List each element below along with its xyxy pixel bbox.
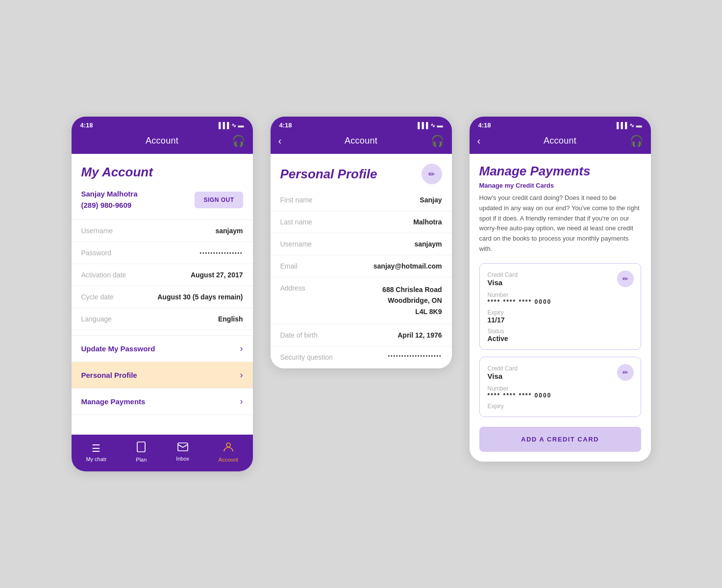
header-title-3: Account	[544, 136, 576, 146]
menu-item-profile[interactable]: Personal Profile ›	[72, 362, 253, 389]
field-value-activation: August 27, 2017	[191, 271, 243, 279]
nav-item-account[interactable]: Account	[219, 441, 238, 463]
nav-item-plan[interactable]: Plan	[136, 441, 147, 463]
status-time-2: 4:18	[279, 122, 292, 129]
field-row-password: Password ••••••••••••••••	[72, 242, 253, 264]
chevron-icon-password: ›	[240, 343, 243, 354]
signal-icon-3: ▐▐▐	[615, 122, 627, 129]
account-icon	[223, 441, 234, 455]
inbox-icon	[177, 442, 188, 454]
header-title-2: Account	[345, 136, 377, 146]
cc-number-value-2: **** **** **** 0000	[488, 392, 633, 399]
status-time-3: 4:18	[478, 122, 491, 129]
phone-1: 4:18 ▐▐▐ ∿ ▬ Account 🎧 My Account Sanjay…	[72, 117, 253, 471]
svg-rect-0	[137, 442, 145, 452]
field-label-username: Username	[81, 227, 113, 235]
profile-field-dob: Date of birth April 12, 1976	[271, 324, 452, 346]
cc-expiry-label-1: Expiry	[488, 309, 633, 316]
status-bar-3: 4:18 ▐▐▐ ∿ ▬	[470, 117, 651, 132]
back-button-3[interactable]: ‹	[477, 135, 481, 147]
sign-out-button[interactable]: SIGN OUT	[195, 192, 243, 208]
profile-title: Personal Profile	[280, 167, 377, 182]
field-label-password: Password	[81, 249, 111, 257]
field-row-username: Username sanjaym	[72, 220, 253, 242]
field-row-cycle: Cycle date August 30 (5 days remain)	[72, 286, 253, 308]
field-label-security: Security question	[280, 353, 349, 361]
edit-card-1-button[interactable]: ✏	[617, 270, 634, 287]
back-button-2[interactable]: ‹	[278, 135, 282, 147]
battery-icon-3: ▬	[636, 122, 642, 129]
cc-number-value-1: **** **** **** 0000	[488, 298, 633, 305]
status-bar-1: 4:18 ▐▐▐ ∿ ▬	[72, 117, 253, 132]
phone-3: 4:18 ▐▐▐ ∿ ▬ ‹ Account 🎧 Manage Payments…	[470, 117, 651, 462]
chevron-icon-payments: ›	[240, 396, 243, 407]
profile-field-security: Security question ••••••••••••••••••••	[271, 346, 452, 368]
phone-icon	[136, 441, 146, 455]
status-icons-1: ▐▐▐ ∿ ▬	[217, 122, 244, 129]
account-name: Sanjay Malhotra (289) 980-9609	[81, 189, 138, 211]
status-icons-3: ▐▐▐ ∿ ▬	[615, 122, 642, 129]
field-value-dob: April 12, 1976	[349, 331, 442, 339]
header-title-1: Account	[146, 136, 178, 146]
field-value-lastname: Malhotra	[349, 218, 442, 226]
menu-item-label-payments: Manage Payments	[81, 397, 146, 406]
cc-type-value-1: Visa	[488, 278, 633, 287]
nav-item-inbox[interactable]: Inbox	[176, 442, 189, 462]
svg-point-2	[226, 443, 230, 447]
cc-type-value-2: Visa	[488, 372, 633, 380]
header-3: ‹ Account 🎧	[470, 132, 651, 154]
profile-field-lastname: Last name Malhotra	[271, 211, 452, 233]
status-icons-2: ▐▐▐ ∿ ▬	[416, 122, 443, 129]
credit-card-2: ✏ Credit Card Visa Number **** **** ****…	[479, 357, 641, 417]
field-value-firstname: Sanjay	[349, 196, 442, 204]
field-value-language: English	[218, 315, 243, 323]
nav-label-account: Account	[219, 457, 238, 463]
field-value-address: 688 Chrislea RoadWoodbridge, ONL4L 8K9	[349, 284, 442, 317]
credit-card-1: ✏ Credit Card Visa Number **** **** ****…	[479, 263, 641, 350]
edit-profile-button[interactable]: ✏	[422, 164, 442, 184]
phone-body-2: Personal Profile ✏ First name Sanjay Las…	[271, 154, 452, 368]
bottom-nav: ☰ My chatr Plan Inbox	[72, 435, 253, 471]
header-2: ‹ Account 🎧	[271, 132, 452, 154]
status-bar-2: 4:18 ▐▐▐ ∿ ▬	[271, 117, 452, 132]
edit-card-2-button[interactable]: ✏	[617, 364, 634, 381]
menu-item-label-profile: Personal Profile	[81, 371, 137, 379]
profile-field-address: Address 688 Chrislea RoadWoodbridge, ONL…	[271, 277, 452, 324]
menu-item-payments[interactable]: Manage Payments ›	[72, 389, 253, 415]
battery-icon: ▬	[238, 122, 244, 129]
profile-field-firstname: First name Sanjay	[271, 189, 452, 211]
menu-item-password[interactable]: Update My Password ›	[72, 336, 253, 362]
cc-status-value-1: Active	[488, 335, 633, 343]
signal-icon-2: ▐▐▐	[416, 122, 428, 129]
nav-item-mychatr[interactable]: ☰ My chatr	[86, 442, 106, 462]
field-row-language: Language English	[72, 308, 253, 330]
wifi-icon: ∿	[231, 122, 236, 129]
field-label-activation: Activation date	[81, 271, 126, 279]
signal-icon: ▐▐▐	[217, 122, 229, 129]
phone-body-3: Manage Payments Manage my Credit Cards H…	[470, 154, 651, 462]
add-credit-card-button[interactable]: ADD A CREDIT CARD	[479, 427, 641, 452]
menu-icon: ☰	[92, 442, 100, 454]
profile-field-email: Email sanjay@hotmail.com	[271, 255, 452, 277]
cc-number-label-1: Number	[488, 292, 633, 298]
field-label-username2: Username	[280, 240, 349, 248]
phone-body-1: My Account Sanjay Malhotra (289) 980-960…	[72, 154, 253, 415]
field-label-firstname: First name	[280, 196, 349, 204]
field-row-activation: Activation date August 27, 2017	[72, 264, 253, 286]
section-title-1: My Account	[72, 154, 253, 184]
status-time-1: 4:18	[80, 122, 93, 129]
payments-subtitle: Manage my Credit Cards	[479, 182, 641, 189]
field-label-lastname: Last name	[280, 218, 349, 226]
field-value-username2: sanjaym	[349, 240, 442, 248]
headphone-icon-1: 🎧	[232, 135, 245, 147]
payments-title: Manage Payments	[479, 154, 641, 182]
cc-type-label-2: Credit Card	[488, 365, 633, 372]
headphone-icon-3: 🎧	[630, 135, 643, 147]
wifi-icon-3: ∿	[629, 122, 634, 129]
menu-item-label-password: Update My Password	[81, 344, 155, 353]
svg-rect-1	[178, 443, 188, 451]
field-value-password: ••••••••••••••••	[199, 250, 243, 256]
field-value-email: sanjay@hotmail.com	[349, 262, 442, 270]
field-label-cycle: Cycle date	[81, 293, 114, 301]
cc-number-label-2: Number	[488, 385, 633, 392]
